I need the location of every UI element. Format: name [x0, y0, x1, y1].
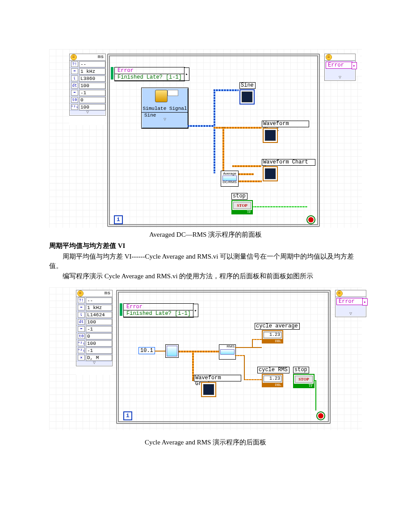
clock-icon [71, 54, 77, 60]
cycle-avg-indicator: 1.23 DBL [262, 330, 283, 343]
diagram-2: ms ?!-- ⬌1 kHz ⤹L14624 dt100 ⬌-1 t00 ᵒ²₁… [49, 287, 362, 430]
iteration-terminal: i [114, 215, 123, 224]
sine-label: Sine [239, 82, 256, 89]
selector-arrow-icon[interactable]: ▸ [362, 298, 368, 306]
clock-icon [77, 290, 84, 297]
iteration-terminal: i [123, 411, 132, 420]
ms-label: ms [105, 290, 110, 296]
param-val: D, M [86, 355, 112, 361]
paragraph-2: 编写程序演示 Cycle Average and RMS.vi 的使用方法，程序… [49, 272, 362, 281]
waveform-chart2-indicator [263, 166, 278, 181]
waveform-graph-indicator [201, 382, 216, 397]
ms-label: ms [98, 54, 104, 59]
stop-label: stop [231, 193, 247, 200]
sine-indicator [239, 89, 255, 105]
stop-label: stop [293, 367, 309, 373]
waveform-chart-label: Waveform Chart [262, 121, 309, 127]
timed-loop-params: ms ?!-- ⬌1 kHz ⤹L14624 dt100 ⬌-1 t00 ᵒ²₁… [76, 290, 113, 366]
param-val: 100 [86, 319, 112, 325]
waveform-chart2-label: Waveform Chart 2 [262, 159, 315, 166]
numeric-constant[interactable]: 10.1 [138, 347, 155, 354]
stop-button[interactable]: STOP TF [293, 374, 315, 388]
param-val: -- [79, 61, 105, 67]
param-val: L3860 [79, 75, 105, 82]
waveform-gen-vi[interactable] [165, 344, 179, 358]
param-val: L14624 [86, 312, 112, 318]
param-val: 100 [86, 340, 112, 347]
clock-icon [336, 290, 343, 297]
diagram-1: ms ?!-- ⬌1 kHz ⤹L3860 dt100 ⬌-1 t00 ᵒ²₁1… [49, 49, 362, 228]
param-val: -1 [86, 326, 112, 332]
param-val: 0 [79, 97, 105, 103]
param-val: 0 [86, 333, 112, 339]
simulate-signal-vi[interactable]: Simulate Signal Sine ▽ [141, 88, 189, 129]
waveform-graph-label: Waveform Graph [194, 375, 241, 381]
figure-1-caption: Averaged DC—RMS 演示程序的前面板 [49, 230, 362, 239]
selector-arrow-icon[interactable]: ▸ [352, 62, 357, 69]
cycle-rms-indicator: 1.23 DBL [262, 374, 283, 387]
selector-arrow-icon[interactable]: ▸ [184, 67, 189, 81]
selector-arrow-icon[interactable]: ▸ [193, 304, 198, 317]
loop-condition-icon [306, 215, 315, 224]
selector-error[interactable]: Error [115, 67, 185, 74]
section-heading: 周期平均值与均方差值 VI [49, 242, 362, 250]
cycle-avg-rms-vi[interactable]: RMS average [219, 344, 236, 360]
waveform-chart-indicator [263, 128, 278, 143]
clock-icon [326, 54, 332, 60]
cycle-rms-label: cycle RMS [257, 367, 289, 373]
timed-loop-params: ms ?!-- ⬌1 kHz ⤹L3860 dt100 ⬌-1 t00 ᵒ²₁1… [69, 54, 106, 116]
param-val: 100 [79, 83, 105, 89]
avg-dcrms-vi[interactable]: Average DC/RMS [221, 171, 239, 187]
loop-condition-icon [316, 411, 325, 420]
stop-button[interactable]: STOP TF [231, 200, 253, 214]
loop-selector[interactable]: Error Finished Late? [i-1] ▸ [114, 67, 185, 81]
param-val: -- [86, 297, 112, 304]
cycle-avg-label: cycle average [255, 323, 300, 330]
param-val: -1 [79, 90, 105, 96]
error-out-panel: Error▸ ▽ [335, 290, 366, 317]
selector-error[interactable]: Error [124, 304, 193, 310]
sim-signal-title: Simulate Signal [142, 106, 188, 111]
paragraph-1: 周期平均值与均方差 VI------Cycle Average and RMS.… [49, 252, 362, 271]
loop-selector[interactable]: Error Finished Late? [i-1] ▸ [123, 303, 194, 318]
selector-finished-late[interactable]: Finished Late? [i-1] [124, 310, 193, 317]
param-val: 1 kHz [79, 68, 105, 75]
selector-finished-late[interactable]: Finished Late? [i-1] [115, 74, 185, 81]
param-val: 100 [79, 104, 105, 110]
error-out: Error▸ [326, 62, 352, 69]
error-out-panel: Error▸ ▽ [324, 54, 356, 81]
param-val: -1 [86, 348, 112, 354]
error-out: Error▸ [336, 298, 363, 305]
figure-2-caption: Cycle Average and RMS 演示程序的后面板 [49, 438, 362, 447]
param-val: 1 kHz [86, 305, 112, 311]
